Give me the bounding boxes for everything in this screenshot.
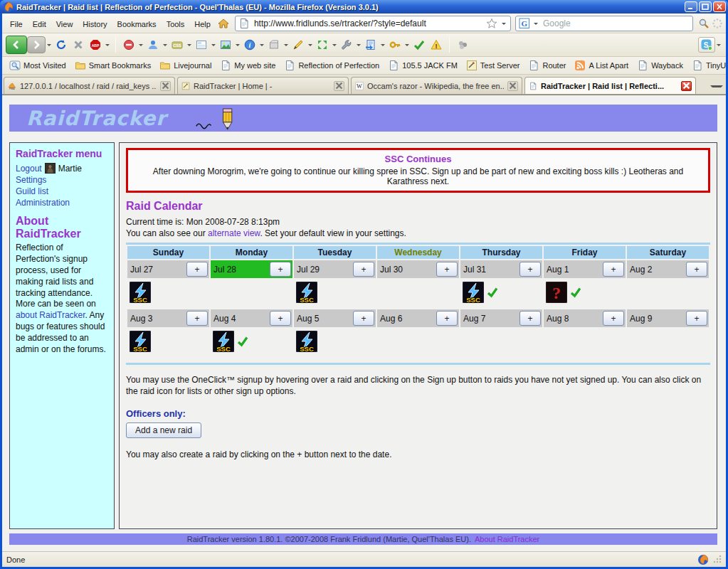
google-engine-icon[interactable]: G [519,18,530,29]
add-raid-plus-button[interactable]: + [519,311,541,326]
ssc-raid-icon[interactable]: SSC [213,331,234,352]
bookmark-item[interactable]: 105.5 JACK FM [384,58,462,73]
forms-button[interactable] [193,36,210,53]
bookmark-item[interactable]: My web site [216,58,280,73]
images-button[interactable] [217,36,234,53]
viewsource-dropdown[interactable] [381,44,385,48]
tab[interactable]: WOccam's razor - Wikipedia, the free en.… [351,77,522,94]
menu-file[interactable]: File [5,18,28,31]
raid-entry[interactable]: SSC [463,282,498,303]
skype-dropdown[interactable] [717,44,721,48]
resize-grip[interactable] [713,555,722,565]
viewsource-button[interactable] [362,36,379,53]
forward-dropdown[interactable] [47,44,51,48]
miscellaneous-button[interactable] [265,36,283,53]
add-raid-plus-button[interactable]: + [270,311,291,326]
bookmark-item[interactable]: Router [524,58,570,73]
tab-active[interactable]: RaidTracker | Raid list | Reflecti... [524,77,696,94]
add-new-raid-button[interactable]: Add a new raid [126,422,201,438]
resize-dropdown[interactable] [332,44,337,48]
raid-entry[interactable]: ? [546,282,581,303]
ssc-raid-icon[interactable]: SSC [130,282,151,303]
home-button[interactable] [216,17,231,30]
ssc-raid-icon[interactable]: SSC [463,282,484,303]
search-bar[interactable]: G [515,16,693,31]
raid-entry[interactable]: SSC [130,331,151,352]
add-raid-plus-button[interactable]: + [436,262,458,277]
bookmark-item[interactable]: TinyURL [687,58,726,73]
forward-button[interactable] [27,36,46,53]
sidebar-item-guild-list[interactable]: Guild list [16,186,48,196]
css-button[interactable]: CSS [169,36,186,53]
cookies-dropdown[interactable] [163,44,167,48]
tab-close-button[interactable] [334,81,344,91]
tab-list-dropdown[interactable] [710,85,723,94]
ssc-raid-icon[interactable]: SSC [296,331,317,352]
add-raid-plus-button[interactable]: + [353,311,374,326]
bookmark-item[interactable]: Smart Bookmarks [70,58,155,73]
reload-button[interactable] [53,36,70,53]
maximize-button[interactable] [699,1,712,12]
add-raid-plus-button[interactable]: + [603,311,624,326]
raid-entry[interactable]: SSC [296,282,317,303]
menu-bookmarks[interactable]: Bookmarks [112,18,162,31]
menu-help[interactable]: Help [189,18,216,31]
skype-button[interactable]: S [698,37,715,53]
url-input[interactable] [253,18,483,29]
outline-dropdown[interactable] [308,44,312,48]
forms-dropdown[interactable] [211,44,216,48]
close-button[interactable] [713,1,726,12]
sidebar-item-logout[interactable]: Logout [16,164,42,174]
add-raid-plus-button[interactable]: + [270,262,291,277]
raid-entry[interactable]: SSC [296,331,317,352]
add-raid-plus-button[interactable]: + [686,262,707,277]
disable-button[interactable] [120,36,137,53]
cogs-button[interactable] [454,36,471,53]
bookmark-item[interactable]: Reflection of Perfection [280,58,384,73]
sidebar-item-settings[interactable]: Settings [16,175,46,185]
bookmark-item[interactable]: Most Visited [5,58,70,73]
raid-entry[interactable]: SSC [213,331,248,352]
add-raid-plus-button[interactable]: + [186,262,208,277]
raid-entry[interactable]: SSC [130,282,151,303]
key-dropdown[interactable] [405,44,409,48]
warning-button[interactable]: ! [428,36,445,53]
images-dropdown[interactable] [236,44,240,48]
unknown-raid-icon[interactable]: ? [546,282,567,303]
minimize-button[interactable] [685,1,697,12]
search-go-button[interactable] [697,17,711,30]
ssc-raid-icon[interactable]: SSC [296,282,317,303]
add-raid-plus-button[interactable]: + [686,311,707,326]
bookmark-item[interactable]: A List Apart [570,58,633,73]
search-input[interactable] [542,18,690,29]
search-engine-dropdown-icon[interactable] [534,23,538,27]
disable-dropdown[interactable] [139,44,143,48]
check-button[interactable] [411,36,428,53]
bookmark-item[interactable]: Test Server [462,58,524,73]
ssc-raid-icon[interactable]: SSC [130,331,151,352]
stop-button[interactable] [70,36,87,53]
tab-close-button[interactable] [507,81,518,91]
adblock-dropdown[interactable] [105,44,110,48]
tab[interactable]: PMA127.0.0.1 / localhost / raid / raid_k… [4,77,175,94]
information-dropdown[interactable] [260,44,264,48]
cookies-button[interactable] [144,36,162,53]
bookmark-item[interactable]: Livejournal [155,58,216,73]
resize-button[interactable] [314,36,331,53]
add-raid-plus-button[interactable]: + [519,262,541,277]
about-raidtracker-link[interactable]: about RaidTracker [16,310,85,320]
menu-view[interactable]: View [51,18,78,31]
add-raid-plus-button[interactable]: + [603,262,624,277]
tab-close-button[interactable] [160,81,171,91]
alternate-view-link[interactable]: alternate view [208,228,260,238]
sidebar-item-administration[interactable]: Administration [16,198,70,208]
add-raid-plus-button[interactable]: + [353,262,374,277]
bookmark-star-icon[interactable] [486,18,497,29]
tab-close-button[interactable] [681,81,692,91]
key-button[interactable] [386,36,403,53]
information-button[interactable]: i [241,36,258,53]
location-bar[interactable] [235,16,511,31]
tools-dropdown[interactable] [357,44,361,48]
add-raid-plus-button[interactable]: + [436,311,458,326]
menu-tools[interactable]: Tools [162,18,190,31]
